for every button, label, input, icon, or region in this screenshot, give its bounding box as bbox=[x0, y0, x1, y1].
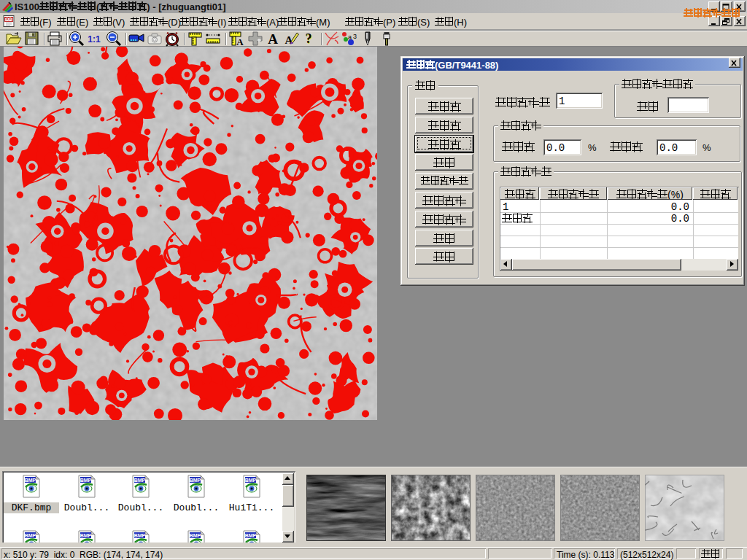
svg-text:BMP: BMP bbox=[190, 533, 201, 538]
svg-text:BMP: BMP bbox=[245, 478, 257, 483]
svg-text:DOC: DOC bbox=[4, 17, 13, 21]
svg-text:3: 3 bbox=[353, 33, 357, 40]
svg-text:BMP: BMP bbox=[80, 533, 92, 538]
svg-text:A: A bbox=[268, 31, 278, 47]
svg-text:BMP: BMP bbox=[134, 533, 146, 538]
svg-text:BMP: BMP bbox=[25, 533, 36, 538]
svg-text:BMP: BMP bbox=[245, 533, 257, 538]
svg-text:BMP: BMP bbox=[134, 478, 146, 483]
svg-text:?: ? bbox=[306, 31, 312, 46]
svg-text:BMP: BMP bbox=[190, 478, 201, 483]
svg-text:BMP: BMP bbox=[25, 478, 36, 483]
svg-text:1:1: 1:1 bbox=[88, 34, 101, 44]
svg-text:A: A bbox=[236, 36, 244, 47]
svg-text:BMP: BMP bbox=[80, 478, 92, 483]
